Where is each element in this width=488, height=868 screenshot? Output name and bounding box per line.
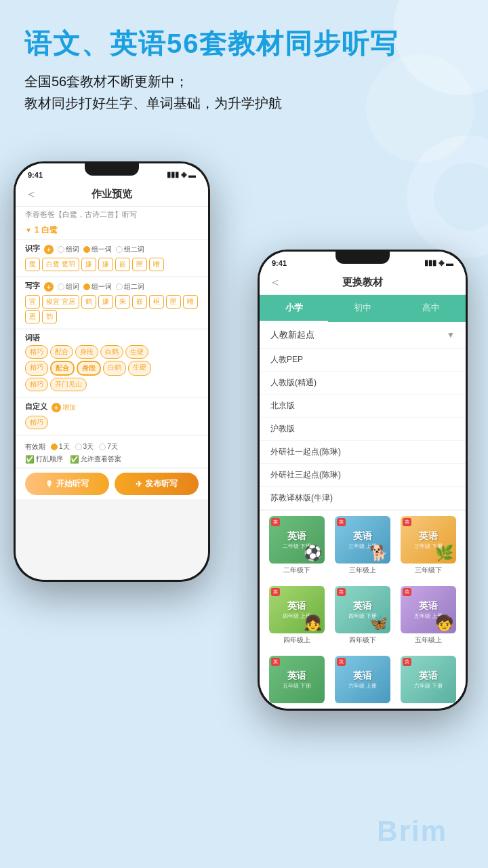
book-label-g5u: 五年级上: [415, 635, 442, 645]
book-g3u[interactable]: 英 英语 三年级 上册 🐕 三年级上: [332, 516, 394, 575]
radio-group2[interactable]: 组一词: [83, 245, 112, 254]
textbook-waiyan1[interactable]: 外研社一起点(陈琳): [260, 441, 466, 464]
write-section: 写字 + 组词 组一词 组二词 宜 俊宜 宜居 鹤 嫌 朱: [16, 277, 208, 328]
notch-left: [85, 163, 139, 176]
write-radio1[interactable]: 组词: [58, 282, 79, 292]
book-g4d[interactable]: 英 英语 四年级 下册 🦋 四年级下: [332, 586, 394, 645]
back-button-left[interactable]: ＜: [25, 186, 37, 202]
publish-button[interactable]: ✈ 发布听写: [115, 473, 199, 495]
shuffle-label: 打乱顺序: [36, 454, 63, 464]
right-content: 9:41 ▮▮▮ ◈ ▬ ＜ 更换教材 小学 初中 高中: [260, 252, 466, 709]
radio-group3[interactable]: 组二词: [116, 245, 144, 254]
book-label-g2d: 二年级下: [283, 566, 310, 575]
books-grid-1: 英 英语 二年级 下册 ⚽ 二年级下 英 英语: [260, 511, 466, 580]
book-g5u[interactable]: 英 英语 五年级 上册 🧒 五年级上: [397, 586, 459, 645]
tab-elementary[interactable]: 小学: [260, 295, 328, 322]
books-grid-2: 英 英语 四年级 上册 👧 四年级上 英 英语: [260, 580, 466, 650]
check-icon-1: ✅: [25, 455, 35, 464]
custom-section: 自定义 + 增加 精巧: [16, 398, 208, 435]
book-cover-inner-g3d: 英 英语 三年级 下册 🌿: [401, 516, 456, 564]
shuffle-option[interactable]: ✅ 打乱顺序: [25, 454, 63, 464]
write-radio3[interactable]: 组二词: [116, 282, 144, 292]
validity-section: 有效期 1天 3天 7天 ✅ 打乱顺序 ✅ 允许查看答案: [16, 436, 208, 467]
check-row: ✅ 打乱顺序 ✅ 允许查看答案: [25, 454, 199, 464]
book-g4u[interactable]: 英 英语 四年级 上册 👧 四年级上: [266, 586, 328, 645]
custom-label: 自定义: [25, 401, 47, 412]
time-left: 9:41: [28, 171, 43, 179]
textbook-hujiao[interactable]: 沪教版: [260, 418, 466, 441]
mic-icon: 🎙: [45, 479, 54, 489]
book-cover-g6u: 英 英语 六年级 上册: [335, 656, 390, 703]
status-icons-right: ▮▮▮ ◈ ▬: [424, 258, 453, 267]
custom-add-label: 增加: [62, 403, 76, 412]
recognize-label: 识字: [25, 243, 40, 254]
book-cover-inner-g6u: 英 英语 六年级 上册: [335, 656, 390, 703]
textbook-selector[interactable]: 人教新起点 ▼: [260, 322, 466, 349]
dropdown-arrow: ▼: [447, 330, 455, 340]
book-g6u[interactable]: 英 英语 六年级 上册: [332, 656, 394, 703]
screen-right: 9:41 ▮▮▮ ◈ ▬ ＜ 更换教材 小学 初中 高中: [260, 252, 466, 709]
radio-group1[interactable]: 组词: [58, 245, 79, 254]
section-header: ▼ 1 白鹭: [16, 221, 208, 240]
book-cover-inner-g2d: 英 英语 二年级 下册 ⚽: [269, 516, 325, 564]
phone-left: 9:41 ▮▮▮ ◈ ▬ ＜ 作业预览 李蓉爸爸【白鹭，古诗二首】听写 ▼: [14, 161, 210, 582]
add-group[interactable]: +: [44, 245, 54, 254]
textbook-renjiaopiep[interactable]: 人教PEP: [260, 349, 466, 372]
show-answer-label: 允许查看答案: [81, 454, 121, 464]
write-dot3: [116, 283, 123, 290]
validity-3day[interactable]: 3天: [75, 442, 94, 452]
bottom-buttons: 🎙 开始听写 ✈ 发布听写: [16, 469, 208, 499]
battery-right: ▬: [446, 259, 453, 267]
textbook-list: 人教PEP 人教版(精通) 北京版 沪教版 外研社一起点(陈琳) 外研社三起点(…: [260, 349, 466, 511]
vocab-row1: 精巧 配合 身段 白鹤 生硬: [25, 345, 199, 359]
write-dot2: [83, 283, 90, 290]
book-cover-g4u: 英 英语 四年级 上册 👧: [269, 586, 325, 633]
book-label-g4u: 四年级上: [283, 635, 310, 645]
start-button[interactable]: 🎙 开始听写: [25, 473, 109, 495]
signal-right: ▮▮▮: [424, 258, 436, 267]
header: 语文、英语56套教材同步听写 全国56套教材不断更新中； 教材同步打好生字、单词…: [0, 0, 488, 127]
write-label: 写字: [25, 281, 40, 291]
validity-7day[interactable]: 7天: [99, 442, 118, 452]
back-button-right[interactable]: ＜: [269, 274, 281, 290]
validity-label: 有效期: [25, 442, 45, 452]
radio-dot3: [116, 246, 123, 253]
book-cover-inner-g6d: 英 英语 六年级 下册: [401, 656, 456, 703]
recognize-chars: 鹭 白鹭 鹭羽 嫌 嫌 嵌 匣 嗜: [25, 258, 199, 271]
nav-title-right: 更换教材: [342, 276, 383, 289]
book-g2d[interactable]: 英 英语 二年级 下册 ⚽ 二年级下: [266, 516, 328, 575]
textbook-renjiaojingtong[interactable]: 人教版(精通): [260, 372, 466, 395]
homework-subtitle: 李蓉爸爸【白鹭，古诗二首】听写: [16, 207, 208, 221]
book-g3d[interactable]: 英 英语 三年级 下册 🌿 三年级下: [397, 516, 459, 575]
validity-1day[interactable]: 1天: [51, 442, 70, 452]
radio-dot1: [58, 246, 64, 253]
book-label-g4d: 四年级下: [349, 635, 376, 645]
book-cover-inner-g4d: 英 英语 四年级 下册 🦋: [335, 586, 390, 633]
phones-container: 9:41 ▮▮▮ ◈ ▬ ＜ 作业预览 李蓉爸爸【白鹭，古诗二首】听写 ▼: [0, 141, 488, 778]
write-add-group[interactable]: +: [44, 282, 54, 292]
textbook-sujiao[interactable]: 苏教译林版(牛津): [260, 487, 466, 510]
tab-high[interactable]: 高中: [397, 295, 466, 322]
wifi-icon: ◈: [181, 170, 186, 179]
write-radio2[interactable]: 组一词: [83, 282, 112, 292]
radio-dot2: [83, 246, 90, 253]
phone-right: 9:41 ▮▮▮ ◈ ▬ ＜ 更换教材 小学 初中 高中: [258, 250, 468, 711]
start-label: 开始听写: [56, 478, 89, 490]
book-g6d[interactable]: 英 英语 六年级 下册: [397, 656, 459, 703]
tab-bar: 小学 初中 高中: [260, 295, 466, 322]
time-right: 9:41: [272, 259, 287, 267]
custom-add[interactable]: + 增加: [52, 403, 76, 412]
textbook-beijing[interactable]: 北京版: [260, 395, 466, 418]
brim-label: Brim: [377, 815, 447, 848]
validity-row: 有效期 1天 3天 7天: [25, 439, 199, 454]
book-cover-inner-g3u: 英 英语 三年级 上册 🐕: [335, 516, 390, 564]
show-answer-option[interactable]: ✅ 允许查看答案: [70, 454, 121, 464]
tab-middle[interactable]: 初中: [328, 295, 396, 322]
wifi-right: ◈: [439, 258, 444, 267]
recognize-radio: + 组词 组一词 组二词: [44, 245, 144, 254]
publish-label: 发布听写: [145, 478, 178, 490]
textbook-waiyan3[interactable]: 外研社三起点(陈琳): [260, 464, 466, 487]
screen-left: 9:41 ▮▮▮ ◈ ▬ ＜ 作业预览 李蓉爸爸【白鹭，古诗二首】听写 ▼: [16, 163, 208, 580]
book-g5d[interactable]: 英 英语 五年级 下册: [266, 656, 328, 703]
book-cover-g5d: 英 英语 五年级 下册: [269, 656, 325, 703]
